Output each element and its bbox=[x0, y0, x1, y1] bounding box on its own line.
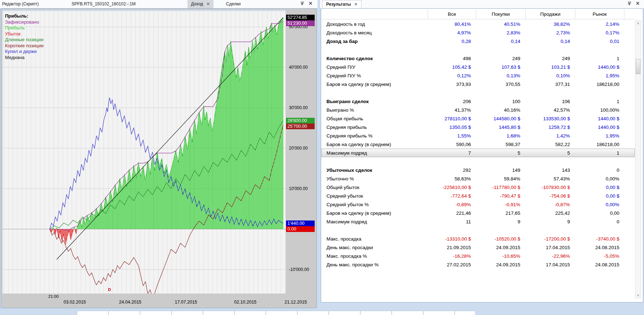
window-position-icon[interactable] bbox=[300, 1, 305, 6]
scroll-up-icon[interactable]: ∧ bbox=[635, 20, 641, 26]
row-value: 1,42% bbox=[525, 133, 575, 139]
table-row[interactable]: Средний П/У %0,12%0,13%0,10%1,95% bbox=[321, 71, 635, 80]
header-buys[interactable]: Покупки bbox=[476, 9, 525, 19]
table-row[interactable]: Средняя прибыль1350,05 $1445,80 $1259,72… bbox=[321, 123, 635, 131]
close-icon[interactable]: ✕ bbox=[309, 1, 313, 6]
table-row[interactable]: Средняя прибыль %1,55%1,68%1,42%1,95% bbox=[321, 131, 635, 140]
row-value: 58,63% bbox=[428, 176, 476, 181]
row-value: 133530,00 $ bbox=[525, 116, 575, 121]
table-row[interactable]: Средний убыток %-0,89%-0,91%-0,87%0,00% bbox=[321, 200, 635, 209]
table-spacer bbox=[321, 88, 635, 97]
row-value: 143 bbox=[525, 168, 575, 173]
bottom-splitter[interactable] bbox=[77, 311, 476, 315]
table-row[interactable]: Макс. просадка %-16,28%-10,65%-22,96%-5,… bbox=[321, 252, 635, 260]
table-row[interactable]: День макс. просадки %27.02.201524.09.201… bbox=[321, 260, 635, 269]
table-row[interactable]: Средний П/У105,42 $107,63 $103,21 $1440,… bbox=[321, 63, 635, 71]
row-value: 57,43% bbox=[525, 176, 575, 181]
header-market[interactable]: Рынок bbox=[575, 9, 624, 19]
row-label: Средний П/У bbox=[321, 64, 428, 70]
tab-editor-script[interactable]: Редактор (Скрипт) bbox=[2, 0, 39, 8]
row-value: 24.08.2015 bbox=[575, 245, 624, 250]
tab-income[interactable]: Доход ✕ bbox=[187, 0, 213, 8]
header-sells[interactable]: Продажи bbox=[525, 9, 575, 19]
tab-trades[interactable]: Сделки bbox=[226, 0, 241, 8]
table-row[interactable]: Общий убыток-225610,00 $-117780,00 $-107… bbox=[321, 183, 635, 192]
table-row[interactable]: Доходность в год80,41%40,51%38,82%2,14% bbox=[321, 20, 635, 28]
row-label: Максимум подряд bbox=[321, 150, 428, 156]
x-axis-date: 21.12.2015 bbox=[281, 300, 310, 305]
table-row[interactable]: Количество сделок4982492491 bbox=[321, 54, 635, 63]
price-axis[interactable]: 50'000.0040'000.0030'000.0020'000.0010'0… bbox=[286, 10, 316, 294]
row-value: 5 bbox=[476, 150, 525, 156]
scrollbar-thumb[interactable] bbox=[636, 59, 640, 74]
tab-symbol[interactable]: SPFB.RTS_150102_160102:-:1M bbox=[72, 0, 136, 8]
table-row[interactable]: Выиграно %41,37%40,16%42,57%100,00% bbox=[321, 106, 635, 114]
row-value: -5,05% bbox=[575, 253, 624, 259]
row-value: -3740,00 $ bbox=[575, 236, 624, 242]
row-value: 2,83% bbox=[476, 30, 525, 35]
row-value: 5 bbox=[525, 150, 575, 156]
row-label: День макс. просадки % bbox=[321, 262, 428, 267]
table-spacer bbox=[321, 226, 635, 234]
table-row[interactable]: День макс. просадки21.09.201524.09.20151… bbox=[321, 243, 635, 252]
row-value: 100,00% bbox=[575, 107, 624, 113]
table-row[interactable]: Общая прибыль278110,00 $144580,00 $13353… bbox=[321, 114, 635, 123]
row-value: 278110,00 $ bbox=[428, 116, 476, 121]
row-value: 0 bbox=[575, 168, 624, 173]
table-row[interactable]: Убыточных сделок2921491430 bbox=[321, 166, 635, 174]
table-row[interactable]: Макс. просадка-13310,00 $-10520,00 $-172… bbox=[321, 234, 635, 243]
tab-income-label: Доход bbox=[191, 0, 203, 8]
table-row[interactable]: Баров на сделку (в среднем)221,46217,652… bbox=[321, 209, 635, 217]
price-label: 0.00 bbox=[286, 226, 315, 232]
price-label: 1'440.00 bbox=[286, 220, 315, 226]
results-table: Доходность в год80,41%40,51%38,82%2,14%Д… bbox=[321, 20, 635, 269]
chart-plot-area[interactable]: D Прибыль: ЗафиксированоПрибыльУбытокДли… bbox=[3, 10, 286, 294]
y-axis-tick: 20'000.00 bbox=[289, 145, 308, 151]
legend-item: Убыток bbox=[5, 31, 44, 37]
row-value: 144580,00 $ bbox=[476, 116, 525, 121]
row-value: -22,96% bbox=[525, 253, 575, 259]
time-axis[interactable]: 21:00 03.02.201524.04.201517.07.201502.1… bbox=[3, 294, 316, 307]
row-value: 186218,00 bbox=[575, 82, 624, 87]
profit-chart[interactable]: D bbox=[3, 10, 286, 294]
row-value: 107,63 $ bbox=[476, 64, 525, 70]
row-value: 106 bbox=[525, 99, 575, 104]
table-row[interactable]: Убыточно %58,63%59,84%57,43%0,00% bbox=[321, 174, 635, 183]
row-label: Доходность в год bbox=[321, 21, 428, 27]
income-chart-panel: D Прибыль: ЗафиксированоПрибыльУбытокДли… bbox=[1, 8, 317, 308]
window-position-icon[interactable] bbox=[628, 1, 632, 6]
table-row[interactable]: Доходность в месяц4,97%2,83%2,73%0,17% bbox=[321, 28, 635, 37]
close-icon[interactable]: ✕ bbox=[354, 0, 358, 9]
table-row[interactable]: Баров на сделку (в среднем)373,93370,553… bbox=[321, 80, 635, 88]
legend-item: Короткие позиции bbox=[5, 43, 44, 49]
x-axis-date: 24.04.2015 bbox=[116, 300, 144, 305]
row-label: Средний убыток % bbox=[321, 202, 428, 207]
results-scrollbar[interactable]: ∧ ∨ bbox=[635, 20, 641, 299]
table-row[interactable]: Доход за бар0,280,140,140,01 bbox=[321, 37, 635, 45]
table-row[interactable]: Максимум подряд7551 bbox=[321, 149, 635, 157]
close-icon[interactable]: ✕ bbox=[206, 0, 210, 8]
tab-results[interactable]: Результаты ✕ bbox=[322, 0, 362, 8]
scroll-down-icon[interactable]: ∨ bbox=[635, 292, 641, 298]
row-label: Убыточно % bbox=[321, 176, 428, 181]
row-value: 24.08.2015 bbox=[575, 262, 624, 267]
header-all[interactable]: Все bbox=[428, 9, 476, 19]
table-row[interactable]: Выиграно сделок2061001061 bbox=[321, 97, 635, 106]
y-axis-tick: 10'000.00 bbox=[289, 186, 308, 192]
row-value: 0,13% bbox=[476, 73, 525, 78]
table-row[interactable]: Максимум подряд11990 bbox=[321, 217, 635, 226]
table-row[interactable]: Баров на сделку (в среднем)590,06598,375… bbox=[321, 140, 635, 149]
row-value: -17200,00 $ bbox=[525, 236, 575, 242]
row-label: Количество сделок bbox=[321, 56, 428, 61]
row-value: 42,57% bbox=[525, 107, 575, 113]
row-value: 292 bbox=[428, 168, 476, 173]
y-axis-tick: 30'000.00 bbox=[289, 105, 308, 111]
table-row[interactable]: Средний убыток-772,64 $-790,47 $-754,06 … bbox=[321, 192, 635, 200]
row-label: Доход за бар bbox=[321, 39, 428, 44]
row-value: 59,84% bbox=[476, 176, 525, 181]
row-value: 1 bbox=[575, 150, 624, 156]
row-label: Максимум подряд bbox=[321, 219, 428, 224]
price-label: 25'700.00 bbox=[286, 123, 315, 129]
close-icon[interactable]: ✕ bbox=[636, 1, 640, 6]
row-label: Убыточных сделок bbox=[321, 168, 428, 173]
